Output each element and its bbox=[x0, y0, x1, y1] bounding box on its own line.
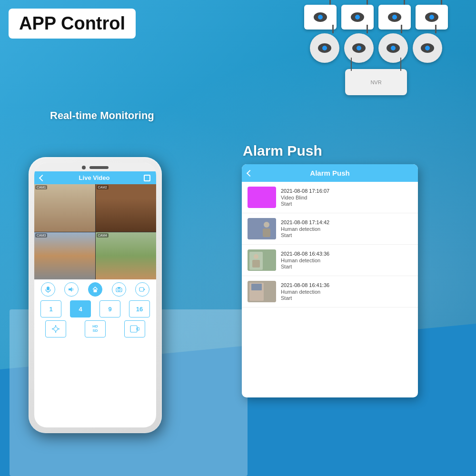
alarm-time-2: 2021-08-08 17:14:42 bbox=[281, 219, 412, 225]
cameras-area: NVR bbox=[286, 5, 466, 114]
svg-rect-6 bbox=[118, 287, 120, 288]
alarm-type-4: Human detection bbox=[281, 289, 412, 295]
alarm-push-heading: Alarm Push bbox=[243, 143, 322, 159]
camera-unit-1 bbox=[304, 5, 337, 30]
alarm-status-2: Start bbox=[281, 232, 412, 238]
svg-point-27 bbox=[254, 254, 258, 259]
antenna-7 bbox=[401, 25, 402, 33]
alarm-panel-header: Alarm Push bbox=[242, 164, 418, 182]
function-buttons: HDSD bbox=[36, 320, 154, 337]
alarm-status-3: Start bbox=[281, 264, 412, 269]
alarm-info-2: 2021-08-08 17:14:42 Human detection Star… bbox=[281, 219, 412, 238]
svg-point-5 bbox=[118, 289, 120, 291]
svg-marker-2 bbox=[69, 287, 72, 292]
grid-9-button[interactable]: 9 bbox=[99, 300, 120, 317]
alarm-item-3[interactable]: 2021-08-08 16:43:36 Human detection Star… bbox=[242, 245, 418, 276]
app-control-label: APP Control bbox=[19, 13, 125, 33]
alarm-type-3: Human detection bbox=[281, 258, 412, 263]
hd-sd-button[interactable]: HDSD bbox=[85, 320, 106, 337]
router-antenna-left bbox=[351, 58, 352, 71]
svg-rect-24 bbox=[263, 228, 270, 237]
router-antenna-right bbox=[400, 58, 401, 71]
alarm-thumb-2 bbox=[248, 218, 276, 239]
back-arrow-icon[interactable] bbox=[39, 174, 46, 181]
alarm-time-4: 2021-08-08 16:41:36 bbox=[281, 282, 412, 288]
svg-rect-7 bbox=[139, 288, 144, 291]
grid-16-button[interactable]: 16 bbox=[129, 300, 150, 317]
cell-4-label: CAM4 bbox=[97, 233, 109, 238]
grid-selection-buttons: 1 4 9 16 bbox=[36, 300, 154, 317]
snapshot-button[interactable] bbox=[112, 282, 126, 297]
svg-rect-22 bbox=[248, 218, 276, 239]
app-controls: 1 4 9 16 bbox=[34, 279, 156, 339]
antenna-4 bbox=[441, 0, 442, 5]
camera-unit-3 bbox=[378, 5, 411, 30]
ptz-control-button[interactable] bbox=[45, 320, 66, 337]
app-control-box: APP Control bbox=[9, 9, 136, 39]
camera-row-top bbox=[304, 5, 448, 30]
camera-cell-2[interactable]: CAM2 bbox=[96, 184, 157, 232]
alarm-time-3: 2021-08-08 16:43:36 bbox=[281, 251, 412, 257]
phone-speaker-grille bbox=[89, 166, 109, 169]
phone-notch bbox=[34, 163, 156, 171]
svg-rect-18 bbox=[130, 326, 137, 332]
svg-rect-28 bbox=[252, 260, 260, 268]
camera-unit-5 bbox=[310, 33, 339, 63]
camera-cell-3[interactable]: CAM3 bbox=[34, 232, 95, 280]
home-button[interactable] bbox=[88, 282, 102, 297]
camera-cell-4[interactable]: CAM4 bbox=[96, 232, 157, 280]
camera-unit-2 bbox=[341, 5, 374, 30]
antenna-3 bbox=[404, 0, 405, 5]
alarm-list: 2021-08-08 17:16:07 Video Blind Start 20… bbox=[242, 182, 418, 397]
alarm-time-1: 2021-08-08 17:16:07 bbox=[281, 188, 412, 194]
alarm-item-4[interactable]: 2021-08-08 16:41:36 Human detection Star… bbox=[242, 276, 418, 307]
svg-marker-8 bbox=[144, 288, 145, 290]
alarm-back-icon[interactable] bbox=[247, 169, 253, 176]
playback-button[interactable] bbox=[124, 320, 145, 337]
mic-button[interactable] bbox=[41, 282, 55, 297]
svg-marker-16 bbox=[52, 328, 53, 330]
cell-1-label: CAM1 bbox=[35, 185, 47, 189]
antenna-2 bbox=[367, 0, 368, 5]
alarm-thumb-pink bbox=[248, 187, 276, 208]
app-header: Live Video bbox=[34, 171, 156, 184]
phone-camera-dot bbox=[82, 166, 86, 169]
alarm-thumb-4 bbox=[248, 281, 276, 302]
alarm-info-3: 2021-08-08 16:43:36 Human detection Star… bbox=[281, 251, 412, 269]
antenna-8 bbox=[435, 25, 436, 33]
alarm-thumb-person3 bbox=[248, 281, 276, 302]
phone-screen: Live Video CAM1 CAM2 CAM3 CAM4 bbox=[34, 163, 156, 427]
svg-rect-3 bbox=[93, 289, 97, 292]
phone-container: Live Video CAM1 CAM2 CAM3 CAM4 bbox=[29, 157, 181, 452]
alarm-push-panel: Alarm Push 2021-08-08 17:16:07 Video Bli… bbox=[242, 164, 418, 397]
camera-unit-8 bbox=[413, 33, 442, 63]
realtime-label: Real-time Monitoring bbox=[50, 109, 154, 122]
alarm-type-2: Human detection bbox=[281, 226, 412, 232]
camera-unit-4 bbox=[416, 5, 448, 30]
speaker-button[interactable] bbox=[64, 282, 79, 297]
cell-3-label: CAM3 bbox=[35, 233, 47, 238]
camera-unit-7 bbox=[378, 33, 408, 63]
alarm-thumb-1 bbox=[248, 187, 276, 208]
router-label: NVR bbox=[370, 79, 381, 85]
alarm-thumb-person1 bbox=[248, 218, 276, 239]
antenna-5 bbox=[332, 25, 334, 33]
alarm-item-2[interactable]: 2021-08-08 17:14:42 Human detection Star… bbox=[242, 213, 418, 245]
alarm-panel-title: Alarm Push bbox=[310, 169, 349, 177]
expand-icon[interactable] bbox=[144, 175, 150, 181]
camera-cell-1[interactable]: CAM1 bbox=[34, 184, 95, 232]
alarm-item-1[interactable]: 2021-08-08 17:16:07 Video Blind Start bbox=[242, 182, 418, 213]
grid-1-button[interactable]: 1 bbox=[40, 300, 61, 317]
camera-unit-6 bbox=[344, 33, 374, 63]
app-title: Live Video bbox=[79, 174, 110, 181]
nvr-router: NVR bbox=[345, 69, 407, 95]
alarm-thumb-person2 bbox=[248, 249, 276, 271]
cell-2-label: CAM2 bbox=[97, 185, 109, 189]
svg-marker-15 bbox=[55, 331, 57, 333]
alarm-info-4: 2021-08-08 16:41:36 Human detection Star… bbox=[281, 282, 412, 301]
grid-4-button[interactable]: 4 bbox=[70, 300, 91, 317]
video-record-button[interactable] bbox=[135, 282, 149, 297]
svg-marker-17 bbox=[58, 328, 60, 330]
svg-marker-14 bbox=[55, 325, 57, 327]
controls-row-icons bbox=[36, 282, 154, 297]
